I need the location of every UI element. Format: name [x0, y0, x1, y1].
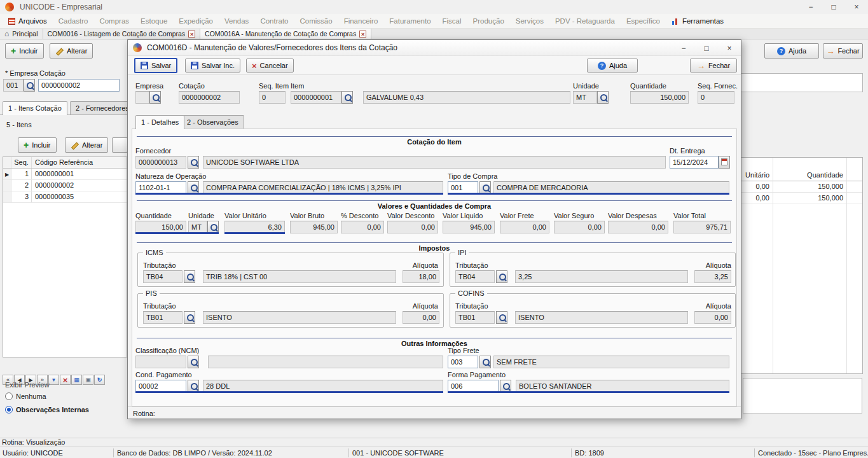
empresa-field[interactable]: 001	[3, 79, 24, 92]
fornecedor-code-field[interactable]: 0000000013	[135, 156, 186, 169]
valor-desconto-field[interactable]: 0,00	[387, 221, 438, 233]
salvar-button[interactable]: Salvar	[134, 58, 177, 73]
menu-pdv-retaguarda[interactable]: PDV - Retaguarda	[549, 14, 621, 29]
menu-servicos[interactable]: Serviços	[510, 14, 549, 29]
icms-aliquota-field[interactable]: 18,00	[403, 270, 439, 283]
seq-column-header[interactable]: Seq.	[11, 157, 32, 168]
radio-nenhuma[interactable]	[5, 392, 13, 400]
tab-observacoes[interactable]: 2 - Observações	[181, 115, 244, 129]
tipo-frete-lookup-button[interactable]	[479, 356, 491, 368]
tab-com0016a[interactable]: COM0016A - Manutenção de Cotação de Comp…	[200, 29, 371, 39]
incluir-item-button[interactable]: Incluir	[18, 137, 57, 153]
close-button[interactable]	[845, 0, 868, 14]
menu-vendas[interactable]: Vendas	[219, 14, 254, 29]
menu-fiscal[interactable]: Fiscal	[437, 14, 467, 29]
close-tab-icon[interactable]	[188, 31, 195, 38]
tab-com0016[interactable]: COM0016 - Listagem de Cotação de Compras	[43, 29, 201, 39]
forma-pagamento-code-field[interactable]: 006	[448, 380, 499, 392]
pis-aliquota-field[interactable]: 0,00	[403, 311, 439, 324]
incluir-button[interactable]: Incluir	[5, 43, 44, 59]
partial-hidden-button[interactable]	[112, 137, 128, 153]
tipo-frete-code-field[interactable]: 003	[448, 356, 478, 368]
close-tab-icon[interactable]	[359, 31, 366, 38]
empresa-lookup-button[interactable]	[24, 79, 35, 92]
radio-nenhuma-label[interactable]: Nenhuma	[16, 392, 46, 400]
cond-pagamento-code-field[interactable]: 00002	[135, 380, 186, 392]
codigo-column-header[interactable]: Código Referência	[32, 157, 127, 168]
table-row[interactable]: 2 0000000002	[3, 180, 127, 191]
unidade-lookup-button[interactable]	[207, 221, 219, 233]
cofins-aliquota-field[interactable]: 0,00	[694, 311, 731, 324]
natureza-lookup-button[interactable]	[188, 181, 199, 194]
menu-arquivos[interactable]: Arquivos	[3, 14, 53, 29]
fornecedor-lookup-button[interactable]	[188, 156, 199, 169]
icms-tributacao-lookup-button[interactable]	[184, 270, 195, 283]
maximize-button[interactable]	[822, 0, 845, 14]
tipo-compra-code-field[interactable]: 001	[448, 181, 478, 194]
dialog-ajuda-button[interactable]: Ajuda	[587, 59, 638, 73]
salvar-inc-button[interactable]: Salvar Inc.	[185, 59, 240, 73]
quantidade-field[interactable]: 150,00	[135, 221, 186, 233]
tipo-compra-lookup-button[interactable]	[479, 181, 491, 194]
dlg-unidade-lookup-button[interactable]	[597, 91, 609, 104]
quantidade-column-header[interactable]: Quantidade	[773, 171, 846, 179]
cofins-tributacao-code-field[interactable]: TB01	[455, 311, 495, 324]
menu-estoque[interactable]: Estoque	[135, 14, 173, 29]
ipi-aliquota-field[interactable]: 3,25	[694, 270, 731, 283]
dt-entrega-calendar-button[interactable]	[719, 156, 730, 169]
dlg-empresa-lookup-button[interactable]	[149, 91, 161, 104]
alterar-button[interactable]: Alterar	[50, 43, 93, 59]
valor-despesas-field[interactable]: 0,00	[608, 221, 668, 233]
radio-observacoes-internas[interactable]	[5, 406, 13, 413]
cofins-tributacao-lookup-button[interactable]	[496, 311, 507, 324]
cancelar-button[interactable]: Cancelar	[246, 59, 294, 73]
dialog-minimize-button[interactable]	[672, 40, 695, 56]
radio-observacoes-internas-label[interactable]: Observações Internas	[16, 406, 89, 413]
menu-contrato[interactable]: Contrato	[254, 14, 294, 29]
clear-filter-button[interactable]	[60, 375, 71, 385]
refresh-button[interactable]	[94, 375, 105, 385]
tab-itens-cotacao[interactable]: 1 - Itens Cotação	[3, 101, 67, 115]
dialog-fechar-button[interactable]: Fechar	[690, 59, 737, 73]
menu-especifico[interactable]: Específico	[621, 14, 666, 29]
alterar-item-button[interactable]: Alterar	[65, 137, 108, 153]
cotacao-field[interactable]: 0000000002	[38, 79, 120, 92]
menu-ferramentas[interactable]: Ferramentas	[666, 14, 729, 29]
icms-tributacao-code-field[interactable]: TB04	[143, 270, 183, 283]
cond-pagamento-lookup-button[interactable]	[188, 380, 199, 392]
menu-cadastro[interactable]: Cadastro	[53, 14, 94, 29]
dlg-item-lookup-button[interactable]	[341, 91, 353, 104]
menu-producao[interactable]: Produção	[467, 14, 510, 29]
minimize-button[interactable]	[799, 0, 822, 14]
items-grid[interactable]: Seq. Código Referência 1 0000000001 2 00…	[3, 156, 127, 357]
tab-detalhes[interactable]: 1 - Detalhes	[135, 115, 184, 129]
tab-fornecedores[interactable]: 2 - Fornecedores	[70, 101, 135, 115]
dialog-close-button[interactable]	[718, 40, 741, 56]
fechar-button[interactable]: Fechar	[823, 43, 863, 59]
pis-tributacao-lookup-button[interactable]	[184, 311, 195, 324]
export-button[interactable]	[83, 375, 93, 385]
ipi-tributacao-code-field[interactable]: TB04	[455, 270, 495, 283]
ajuda-button[interactable]: Ajuda	[764, 43, 819, 59]
ipi-tributacao-lookup-button[interactable]	[496, 270, 507, 283]
unidade-field[interactable]: MT	[188, 221, 207, 233]
menu-financeiro[interactable]: Financeiro	[338, 14, 384, 29]
ncm-lookup-button[interactable]	[188, 356, 199, 368]
valor-unitario-field[interactable]: 6,30	[224, 221, 285, 233]
grid-view-button[interactable]	[71, 375, 82, 385]
pis-tributacao-code-field[interactable]: TB01	[143, 311, 183, 324]
dt-entrega-field[interactable]: 15/12/2024	[670, 156, 719, 169]
table-row[interactable]: 3 0000000035	[3, 191, 127, 203]
menu-faturamento[interactable]: Faturamento	[383, 14, 436, 29]
natureza-code-field[interactable]: 1102-01-1	[135, 181, 186, 194]
dialog-maximize-button[interactable]	[695, 40, 718, 56]
ncm-code-field[interactable]	[135, 356, 186, 368]
filter-button[interactable]	[48, 375, 59, 385]
tab-principal[interactable]: Principal	[0, 29, 43, 39]
menu-expedicao[interactable]: Expedição	[173, 14, 219, 29]
table-row[interactable]: 1 0000000001	[3, 169, 127, 180]
valor-seguro-field[interactable]: 0,00	[554, 221, 605, 233]
menu-compras[interactable]: Compras	[93, 14, 135, 29]
desconto-pct-field[interactable]: 0,00	[341, 221, 384, 233]
forma-pagamento-lookup-button[interactable]	[500, 380, 511, 392]
